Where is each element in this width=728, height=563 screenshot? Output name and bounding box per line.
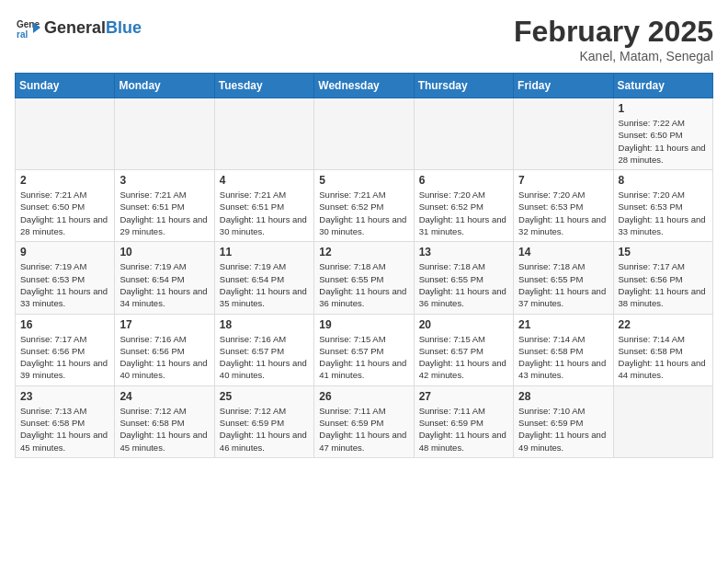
day-info: Sunrise: 7:14 AM Sunset: 6:58 PM Dayligh… (518, 333, 608, 382)
calendar-cell: 6Sunrise: 7:20 AM Sunset: 6:52 PM Daylig… (414, 170, 513, 242)
calendar-cell: 12Sunrise: 7:18 AM Sunset: 6:55 PM Dayli… (314, 242, 414, 314)
calendar-cell (214, 98, 313, 170)
calendar-cell: 9Sunrise: 7:19 AM Sunset: 6:53 PM Daylig… (16, 242, 115, 314)
title-area: February 2025 Kanel, Matam, Senegal (514, 15, 713, 63)
day-number: 27 (419, 390, 508, 403)
day-number: 11 (220, 246, 309, 259)
logo-wordmark: GeneralBlue (44, 19, 142, 36)
day-number: 5 (319, 174, 408, 187)
calendar-cell: 15Sunrise: 7:17 AM Sunset: 6:56 PM Dayli… (613, 242, 712, 314)
logo-blue-text: Blue (106, 18, 142, 37)
day-info: Sunrise: 7:17 AM Sunset: 6:56 PM Dayligh… (20, 333, 109, 382)
calendar-cell: 27Sunrise: 7:11 AM Sunset: 6:59 PM Dayli… (414, 385, 513, 457)
calendar-cell (613, 385, 712, 457)
day-number: 24 (119, 390, 209, 403)
month-title: February 2025 (514, 15, 713, 49)
day-number: 10 (119, 246, 209, 259)
calendar-cell (314, 98, 414, 170)
day-number: 13 (419, 246, 508, 259)
week-row-4: 16Sunrise: 7:17 AM Sunset: 6:56 PM Dayli… (16, 314, 713, 385)
day-number: 16 (20, 318, 109, 331)
week-row-3: 9Sunrise: 7:19 AM Sunset: 6:53 PM Daylig… (16, 242, 713, 314)
calendar-cell: 25Sunrise: 7:12 AM Sunset: 6:59 PM Dayli… (214, 385, 313, 457)
weekday-header-saturday: Saturday (613, 74, 712, 98)
calendar-cell: 14Sunrise: 7:18 AM Sunset: 6:55 PM Dayli… (514, 242, 613, 314)
svg-text:ral: ral (17, 29, 28, 40)
weekday-header-wednesday: Wednesday (314, 74, 414, 98)
day-number: 19 (319, 318, 408, 331)
weekday-header-friday: Friday (514, 74, 613, 98)
day-info: Sunrise: 7:12 AM Sunset: 6:59 PM Dayligh… (220, 405, 309, 454)
weekday-header-thursday: Thursday (414, 74, 513, 98)
calendar-cell: 2Sunrise: 7:21 AM Sunset: 6:50 PM Daylig… (16, 170, 115, 242)
calendar-cell: 16Sunrise: 7:17 AM Sunset: 6:56 PM Dayli… (16, 314, 115, 385)
day-number: 25 (220, 390, 309, 403)
day-info: Sunrise: 7:11 AM Sunset: 6:59 PM Dayligh… (319, 405, 408, 454)
day-number: 2 (20, 174, 109, 187)
day-info: Sunrise: 7:21 AM Sunset: 6:52 PM Dayligh… (319, 189, 408, 237)
day-number: 3 (119, 174, 209, 187)
location-title: Kanel, Matam, Senegal (514, 49, 713, 63)
day-number: 14 (518, 246, 608, 259)
calendar-cell: 20Sunrise: 7:15 AM Sunset: 6:57 PM Dayli… (414, 314, 513, 385)
calendar-cell: 5Sunrise: 7:21 AM Sunset: 6:52 PM Daylig… (314, 170, 414, 242)
calendar-cell: 7Sunrise: 7:20 AM Sunset: 6:53 PM Daylig… (514, 170, 613, 242)
week-row-2: 2Sunrise: 7:21 AM Sunset: 6:50 PM Daylig… (16, 170, 713, 242)
calendar-cell: 17Sunrise: 7:16 AM Sunset: 6:56 PM Dayli… (115, 314, 214, 385)
day-info: Sunrise: 7:21 AM Sunset: 6:51 PM Dayligh… (119, 189, 209, 237)
day-info: Sunrise: 7:15 AM Sunset: 6:57 PM Dayligh… (319, 333, 408, 382)
day-number: 6 (419, 174, 508, 187)
day-info: Sunrise: 7:10 AM Sunset: 6:59 PM Dayligh… (518, 405, 608, 454)
day-number: 17 (119, 318, 209, 331)
day-info: Sunrise: 7:22 AM Sunset: 6:50 PM Dayligh… (619, 117, 708, 166)
day-number: 8 (619, 174, 708, 187)
weekday-header-tuesday: Tuesday (214, 74, 313, 98)
day-info: Sunrise: 7:16 AM Sunset: 6:56 PM Dayligh… (119, 333, 209, 382)
day-number: 12 (319, 246, 408, 259)
day-info: Sunrise: 7:21 AM Sunset: 6:51 PM Dayligh… (220, 189, 309, 237)
week-row-1: 1Sunrise: 7:22 AM Sunset: 6:50 PM Daylig… (16, 98, 713, 170)
calendar-cell: 21Sunrise: 7:14 AM Sunset: 6:58 PM Dayli… (514, 314, 613, 385)
day-info: Sunrise: 7:14 AM Sunset: 6:58 PM Dayligh… (619, 333, 708, 382)
calendar-cell (414, 98, 513, 170)
calendar-cell: 1Sunrise: 7:22 AM Sunset: 6:50 PM Daylig… (613, 98, 712, 170)
calendar-cell: 22Sunrise: 7:14 AM Sunset: 6:58 PM Dayli… (613, 314, 712, 385)
day-info: Sunrise: 7:20 AM Sunset: 6:53 PM Dayligh… (518, 189, 608, 237)
day-info: Sunrise: 7:15 AM Sunset: 6:57 PM Dayligh… (419, 333, 508, 382)
day-number: 21 (518, 318, 608, 331)
day-info: Sunrise: 7:12 AM Sunset: 6:58 PM Dayligh… (119, 405, 209, 454)
calendar-cell: 8Sunrise: 7:20 AM Sunset: 6:53 PM Daylig… (613, 170, 712, 242)
logo-icon: Gene ral (15, 15, 40, 40)
weekday-header-monday: Monday (115, 74, 214, 98)
day-number: 22 (619, 318, 708, 331)
day-info: Sunrise: 7:21 AM Sunset: 6:50 PM Dayligh… (20, 189, 109, 237)
calendar-cell: 23Sunrise: 7:13 AM Sunset: 6:58 PM Dayli… (16, 385, 115, 457)
calendar-cell (514, 98, 613, 170)
day-number: 18 (220, 318, 309, 331)
calendar-cell: 18Sunrise: 7:16 AM Sunset: 6:57 PM Dayli… (214, 314, 313, 385)
day-number: 9 (20, 246, 109, 259)
day-info: Sunrise: 7:17 AM Sunset: 6:56 PM Dayligh… (619, 260, 708, 309)
day-info: Sunrise: 7:19 AM Sunset: 6:54 PM Dayligh… (220, 260, 309, 309)
calendar-cell (115, 98, 214, 170)
calendar-cell: 10Sunrise: 7:19 AM Sunset: 6:54 PM Dayli… (115, 242, 214, 314)
day-info: Sunrise: 7:20 AM Sunset: 6:53 PM Dayligh… (619, 189, 708, 237)
calendar-cell: 3Sunrise: 7:21 AM Sunset: 6:51 PM Daylig… (115, 170, 214, 242)
weekday-header-sunday: Sunday (16, 74, 115, 98)
day-info: Sunrise: 7:20 AM Sunset: 6:52 PM Dayligh… (419, 189, 508, 237)
calendar-cell: 19Sunrise: 7:15 AM Sunset: 6:57 PM Dayli… (314, 314, 414, 385)
day-number: 4 (220, 174, 309, 187)
day-number: 20 (419, 318, 508, 331)
day-info: Sunrise: 7:13 AM Sunset: 6:58 PM Dayligh… (20, 405, 109, 454)
weekday-header-row: SundayMondayTuesdayWednesdayThursdayFrid… (16, 74, 713, 98)
logo-general-text: General (44, 18, 106, 37)
day-info: Sunrise: 7:19 AM Sunset: 6:54 PM Dayligh… (119, 260, 209, 309)
day-info: Sunrise: 7:18 AM Sunset: 6:55 PM Dayligh… (419, 260, 508, 309)
calendar-cell (16, 98, 115, 170)
day-number: 15 (619, 246, 708, 259)
week-row-5: 23Sunrise: 7:13 AM Sunset: 6:58 PM Dayli… (16, 385, 713, 457)
day-info: Sunrise: 7:11 AM Sunset: 6:59 PM Dayligh… (419, 405, 508, 454)
day-number: 7 (518, 174, 608, 187)
day-info: Sunrise: 7:16 AM Sunset: 6:57 PM Dayligh… (220, 333, 309, 382)
calendar-cell: 4Sunrise: 7:21 AM Sunset: 6:51 PM Daylig… (214, 170, 313, 242)
